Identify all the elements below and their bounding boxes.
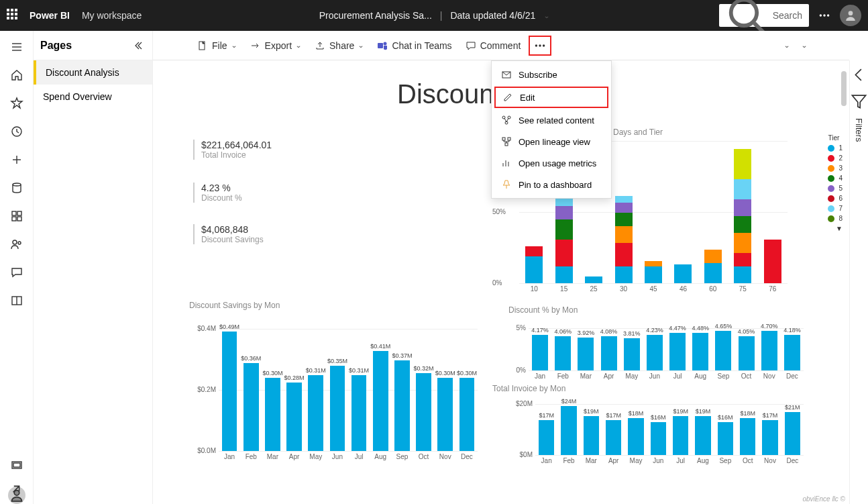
page-tab[interactable]: Discount Analysis xyxy=(34,60,152,85)
pages-title: Pages xyxy=(40,40,72,52)
chat-icon[interactable] xyxy=(10,266,23,279)
apps-icon[interactable] xyxy=(10,209,23,223)
svg-rect-37 xyxy=(508,138,510,140)
svg-rect-38 xyxy=(505,143,508,146)
database-icon[interactable] xyxy=(10,181,23,195)
data-updated[interactable]: Data updated 4/6/21 xyxy=(450,10,535,21)
plus-icon[interactable] xyxy=(10,153,23,166)
chart-discpct[interactable]: 0%5%4.17%Jan4.06%Feb3.92%Mar4.08%Apr3.81… xyxy=(508,319,804,383)
hamburger-icon[interactable] xyxy=(10,40,23,54)
filter-icon xyxy=(850,92,868,110)
svg-point-0 xyxy=(731,0,757,26)
filters-label: Filters xyxy=(854,118,864,142)
menu-subscribe[interactable]: Subscribe xyxy=(492,64,611,85)
menu-pin[interactable]: Pin to a dashboard xyxy=(492,174,611,195)
chat-teams-button[interactable]: Chat in Teams xyxy=(372,38,457,54)
workspace-icon[interactable] xyxy=(10,458,23,472)
more-icon[interactable] xyxy=(818,9,830,21)
open-external-icon[interactable] xyxy=(9,484,21,496)
page-tab[interactable]: Spend Overview xyxy=(34,85,152,109)
menu-related[interactable]: See related content xyxy=(492,109,611,131)
view-menu[interactable]: ⌄ xyxy=(799,42,807,49)
svg-rect-22 xyxy=(13,463,20,467)
app-header: Power BI My workspace Procurement Analys… xyxy=(0,0,868,31)
clock-icon[interactable] xyxy=(10,125,23,138)
people-icon[interactable] xyxy=(10,238,23,251)
svg-point-30 xyxy=(543,44,545,46)
attribution: obviEnce llc © xyxy=(802,495,845,503)
svg-rect-15 xyxy=(12,217,16,221)
report-canvas: Discoun $221,664,064.01Total Invoice 4.2… xyxy=(153,60,849,504)
star-icon[interactable] xyxy=(10,97,23,110)
kpi-total-invoice: $221,664,064.01Total Invoice xyxy=(193,140,272,160)
svg-point-4 xyxy=(827,14,829,16)
bookmark-menu[interactable]: ⌄ xyxy=(781,42,790,49)
more-options-menu: Subscribe Edit See related content Open … xyxy=(491,60,612,199)
svg-point-27 xyxy=(384,42,387,45)
share-menu[interactable]: Share⌄ xyxy=(309,38,369,54)
report-name[interactable]: Procurement Analysis Sa... xyxy=(319,10,432,21)
tier-legend: Tier 12345678 ▼ xyxy=(828,134,843,232)
avatar[interactable] xyxy=(840,5,861,26)
chart-invoice[interactable]: $0M$20M$17MJan$24MFeb$19MMar$17MApr$18MM… xyxy=(508,395,804,467)
workspace-name[interactable]: My workspace xyxy=(82,10,142,21)
app-launcher-icon[interactable] xyxy=(7,9,20,22)
svg-rect-26 xyxy=(378,43,383,48)
more-options-button[interactable] xyxy=(529,36,551,56)
svg-point-2 xyxy=(820,14,822,16)
svg-point-5 xyxy=(849,11,853,15)
svg-point-28 xyxy=(535,44,537,46)
chart-title-tier: Days and Tier xyxy=(613,128,663,137)
svg-rect-16 xyxy=(17,217,21,221)
comment-button[interactable]: Comment xyxy=(460,38,527,54)
menu-lineage[interactable]: Open lineage view xyxy=(492,131,611,152)
menu-edit[interactable]: Edit xyxy=(494,87,608,108)
search-placeholder: Search xyxy=(773,10,802,21)
svg-rect-13 xyxy=(12,211,16,215)
collapse-pane-icon[interactable] xyxy=(135,40,146,51)
svg-rect-14 xyxy=(17,211,21,215)
book-icon[interactable] xyxy=(10,294,23,307)
chevron-down-icon[interactable]: ⌄ xyxy=(543,12,550,19)
expand-filters-icon[interactable] xyxy=(850,66,868,84)
svg-point-3 xyxy=(823,14,825,16)
file-menu[interactable]: File⌄ xyxy=(192,38,242,54)
app-name: Power BI xyxy=(30,10,70,21)
chart-title-discpct: Discount % by Mon xyxy=(508,305,578,315)
svg-rect-36 xyxy=(502,138,505,140)
nav-rail xyxy=(0,31,34,504)
scrollbar-thumb[interactable] xyxy=(841,71,847,106)
menu-usage[interactable]: Open usage metrics xyxy=(492,152,611,174)
export-menu[interactable]: Export⌄ xyxy=(245,38,307,54)
filters-rail[interactable]: Filters xyxy=(849,60,868,504)
svg-point-17 xyxy=(13,240,17,244)
home-icon[interactable] xyxy=(10,68,23,82)
chart-savings[interactable]: $0.0M$0.2M$0.4M$0.49MJan$0.36MFeb$0.30MM… xyxy=(189,315,478,463)
svg-point-29 xyxy=(539,44,541,46)
svg-point-12 xyxy=(13,183,21,186)
svg-point-18 xyxy=(18,242,21,244)
kpi-discount-pct: 4.23 %Discount % xyxy=(193,183,242,203)
report-toolbar: File⌄ Export⌄ Share⌄ Chat in Teams Comme… xyxy=(153,31,849,60)
pages-pane: Pages Discount AnalysisSpend Overview xyxy=(34,31,153,504)
chart-title-invoice: Total Invoice by Mon xyxy=(492,384,565,393)
search-box[interactable]: Search xyxy=(719,4,809,27)
kpi-discount-savings: $4,068,848Discount Savings xyxy=(193,224,264,244)
page-title: Discoun xyxy=(397,79,494,109)
chart-title-savings: Discount Savings by Mon xyxy=(189,301,280,310)
